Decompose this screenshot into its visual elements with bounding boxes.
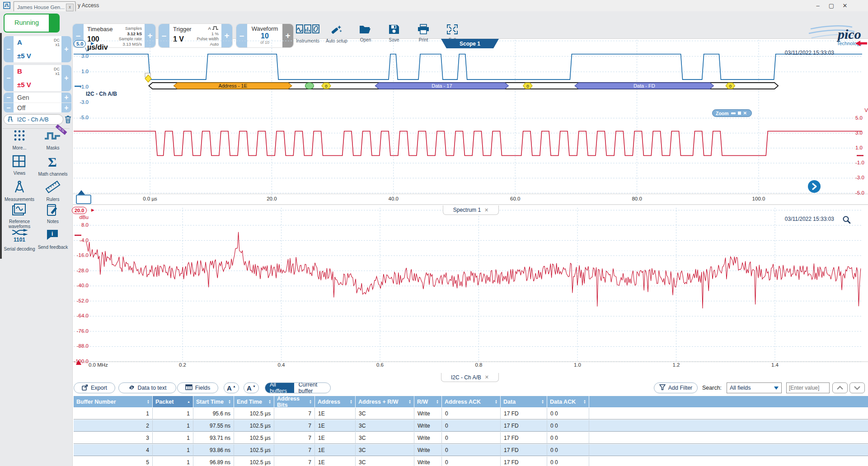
sort-icon: ▲▼ bbox=[228, 400, 231, 404]
tab-i2c-table[interactable]: I2C - Ch A/B ✕ bbox=[441, 373, 499, 382]
gen-off-decrease-button[interactable]: – bbox=[4, 103, 14, 112]
sort-icon: ▲▼ bbox=[541, 400, 544, 404]
cell: 102.5 µs bbox=[234, 420, 274, 432]
next-view-button[interactable] bbox=[808, 180, 821, 193]
export-button[interactable]: Export bbox=[74, 382, 115, 393]
font-decrease-button[interactable]: A▼ bbox=[244, 382, 259, 393]
svg-text:1101: 1101 bbox=[14, 237, 25, 243]
zoom-close-icon[interactable]: ✕ bbox=[743, 111, 747, 116]
sidebar-tool-masks[interactable]: BETAMasks bbox=[36, 129, 70, 157]
sidebar-tool-math-channels[interactable]: ΣMath channels bbox=[36, 154, 70, 182]
maximize-button[interactable]: ▢ bbox=[825, 1, 838, 10]
font-increase-label: A bbox=[227, 384, 232, 392]
notes-icon bbox=[46, 203, 60, 219]
column-header-end-time[interactable]: End Time▲▼ bbox=[234, 396, 274, 407]
column-header-address[interactable]: Address▲▼ bbox=[315, 396, 356, 407]
column-header-r-w[interactable]: R/W▲▼ bbox=[414, 396, 442, 407]
generator-card[interactable]: – Gen + – Off + bbox=[4, 93, 71, 112]
scope-right-label: -3.0 bbox=[855, 175, 868, 180]
zoom-out-icon[interactable] bbox=[731, 112, 736, 114]
app-icon bbox=[3, 2, 10, 11]
cell: 0 0 bbox=[547, 408, 589, 419]
fields-button[interactable]: Fields bbox=[177, 382, 218, 393]
column-header-buffer-number[interactable]: Buffer Number▲▼ bbox=[74, 396, 153, 407]
column-header-data[interactable]: Data▲▼ bbox=[501, 396, 547, 407]
svg-text:i: i bbox=[52, 231, 53, 237]
auto-setup-icon bbox=[330, 29, 343, 37]
table-row[interactable]: 1195.6 ns102.5 µs71E3CWrite017 FD0 0 bbox=[74, 408, 868, 420]
cell: 0 bbox=[442, 444, 501, 456]
spectrum-axis-handle[interactable]: 20.0 bbox=[72, 207, 87, 214]
channel-b-card[interactable]: –BDCx1±5 V+ bbox=[4, 65, 71, 91]
cell: Write bbox=[414, 408, 442, 419]
cell: 93.71 ns bbox=[193, 432, 234, 444]
column-header-packet[interactable]: Packet▲ bbox=[153, 396, 193, 407]
cell: 1 bbox=[153, 432, 193, 444]
channel-b-trace bbox=[74, 131, 862, 156]
zoom-window-icon[interactable] bbox=[738, 112, 741, 115]
cell: 97.55 ns bbox=[193, 420, 234, 432]
all-buffers-button[interactable]: All buffers bbox=[265, 383, 294, 393]
masks-icon: BETA bbox=[44, 129, 62, 144]
table-row[interactable]: 5196.89 ns102.5 µs71E3CWrite017 FD0 0 bbox=[74, 457, 868, 466]
cell: 3C bbox=[356, 432, 414, 444]
tab-spectrum-1[interactable]: Spectrum 1 ✕ bbox=[443, 205, 499, 215]
sidebar-tool-serial-decoding[interactable]: 1101Serial decoding bbox=[3, 228, 36, 257]
channel-a-decrease-button[interactable]: – bbox=[4, 36, 14, 62]
gen-decrease-button[interactable]: – bbox=[4, 93, 14, 103]
collapse-panel-icon[interactable] bbox=[855, 40, 867, 48]
cell: 93.86 ns bbox=[193, 444, 234, 456]
search-next-button[interactable] bbox=[849, 382, 865, 393]
cell: Write bbox=[414, 444, 442, 456]
column-header-address-ack[interactable]: Address ACK▲▼ bbox=[442, 396, 501, 407]
cell: 1 bbox=[153, 444, 193, 456]
sidebar-tool-more[interactable]: More... bbox=[3, 129, 36, 157]
cell: 102.5 µs bbox=[234, 408, 274, 419]
font-increase-button[interactable]: A▲ bbox=[224, 382, 239, 393]
channel-a-axis-handle[interactable]: 5.0 bbox=[74, 40, 86, 47]
sort-icon: ▲▼ bbox=[436, 400, 439, 404]
channel-a-card[interactable]: –ADCx1±5 V+ bbox=[4, 36, 71, 62]
column-header-start-time[interactable]: Start Time▲▼ bbox=[193, 396, 234, 407]
sidebar-tool-reference-waveforms[interactable]: Reference waveforms bbox=[3, 203, 36, 231]
fields-label: Fields bbox=[195, 385, 210, 391]
data-to-text-button[interactable]: Data to text bbox=[118, 382, 176, 393]
zoom-overlay-toolbar: Zoom ✕ bbox=[712, 109, 752, 117]
tab-scope-1[interactable]: Scope 1 bbox=[441, 39, 499, 48]
buffer-marker[interactable] bbox=[76, 190, 93, 206]
sidebar-tool-views[interactable]: Views bbox=[3, 154, 36, 182]
table-row[interactable]: 2197.55 ns102.5 µs71E3CWrite017 FD0 0 bbox=[74, 420, 868, 432]
tooltip-close-button[interactable]: x bbox=[66, 4, 74, 11]
picoscope-app: y Access James House Gen... x – ▢ ✕ Runn… bbox=[0, 0, 868, 466]
close-button[interactable]: ✕ bbox=[838, 1, 852, 10]
search-value-input[interactable] bbox=[786, 382, 830, 393]
column-header-address-r-w[interactable]: Address + R/W▲▼ bbox=[356, 396, 414, 407]
decode-ack-dot bbox=[305, 83, 314, 89]
column-header-address-bits[interactable]: Address Bits▲▼ bbox=[274, 396, 315, 407]
column-label: Address Bits bbox=[277, 396, 309, 408]
save-icon bbox=[388, 28, 400, 36]
decoder-chip[interactable]: I2C - Ch A/B bbox=[4, 114, 63, 125]
cell: 17 FD bbox=[501, 432, 547, 444]
search-field-dropdown[interactable]: All fields bbox=[727, 382, 782, 393]
column-header-data-ack[interactable]: Data ACK▲▼ bbox=[547, 396, 589, 407]
decode-bit-label: 0 bbox=[729, 84, 732, 89]
cell: 7 bbox=[274, 432, 315, 444]
table-row[interactable]: 3193.71 ns102.5 µs71E3CWrite017 FD0 0 bbox=[74, 432, 868, 444]
sidebar-tool-send-feedback[interactable]: iSend feedback bbox=[36, 228, 70, 257]
tab-spectrum-close-icon[interactable]: ✕ bbox=[484, 207, 488, 213]
spectrum-y-label: -100.0 bbox=[69, 359, 89, 364]
sidebar-tool-notes[interactable]: Notes bbox=[36, 203, 70, 231]
cell: 0 bbox=[442, 432, 501, 444]
add-filter-button[interactable]: Add Filter bbox=[654, 382, 698, 393]
magnifier-icon[interactable] bbox=[842, 215, 851, 226]
search-previous-button[interactable] bbox=[832, 382, 848, 393]
current-buffer-button[interactable]: Current buffer bbox=[294, 383, 330, 393]
tab-i2c-close-icon[interactable]: ✕ bbox=[485, 374, 489, 380]
cell: 17 FD bbox=[501, 444, 547, 456]
running-button[interactable]: Running bbox=[4, 14, 60, 33]
table-row[interactable]: 4193.86 ns102.5 µs71E3CWrite017 FD0 0 bbox=[74, 444, 868, 457]
masks-label: Masks bbox=[36, 145, 70, 150]
minimize-button[interactable]: – bbox=[811, 1, 825, 10]
channel-b-decrease-button[interactable]: – bbox=[4, 65, 14, 91]
